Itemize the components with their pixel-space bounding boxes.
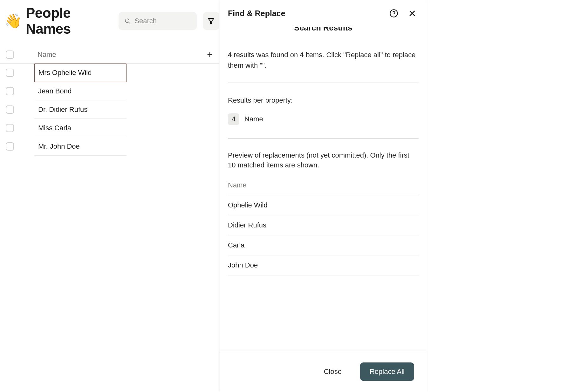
search-icon: [124, 17, 131, 25]
preview-item: Ophelie Wild: [228, 195, 419, 215]
name-cell[interactable]: Miss Carla: [34, 119, 126, 137]
per-property-label: Results per property:: [228, 96, 419, 105]
row-checkbox[interactable]: [6, 87, 14, 95]
name-cell[interactable]: Jean Bond: [34, 82, 126, 100]
divider: [228, 138, 419, 139]
row-checkbox[interactable]: [6, 124, 14, 132]
preview-list: Ophelie WildDidier RufusCarlaJohn Doe: [228, 195, 419, 275]
divider: [228, 83, 419, 83]
preview-item: Didier Rufus: [228, 215, 419, 235]
page-emoji-icon: 👋: [4, 14, 22, 28]
svg-marker-2: [208, 18, 214, 24]
close-icon: [408, 10, 416, 17]
results-summary: 4 results was found on 4 items. Click "R…: [228, 50, 419, 71]
help-button[interactable]: [387, 7, 400, 20]
select-all-checkbox[interactable]: [6, 51, 14, 59]
page-title: People Names: [26, 5, 112, 37]
preview-item: Carla: [228, 235, 419, 255]
panel-title: Find & Replace: [228, 9, 387, 18]
name-cell[interactable]: Dr. Didier Rufus: [34, 100, 126, 119]
row-checkbox[interactable]: [6, 142, 14, 151]
table-row[interactable]: Mrs Ophelie Wild: [0, 64, 126, 82]
table-row[interactable]: Miss Carla: [0, 119, 126, 137]
svg-point-5: [390, 10, 397, 17]
table-row[interactable]: Mr. John Doe: [0, 137, 126, 156]
plus-icon: [206, 51, 213, 58]
svg-line-1: [129, 22, 130, 24]
help-icon: [389, 9, 398, 18]
table-row[interactable]: Dr. Didier Rufus: [0, 100, 126, 119]
search-box[interactable]: [119, 12, 197, 30]
name-cell[interactable]: Mr. John Doe: [34, 137, 126, 156]
results-count: 4: [228, 51, 232, 59]
add-column-button[interactable]: [200, 51, 219, 58]
preview-column-header: Name: [228, 181, 419, 195]
find-replace-panel: Find & Replace Search Results 4 results …: [220, 0, 427, 392]
items-count: 4: [300, 51, 304, 59]
data-table: Name Mrs Ophelie WildJean BondDr. Didier…: [0, 46, 219, 156]
svg-point-0: [125, 19, 129, 23]
search-input[interactable]: [134, 17, 191, 25]
close-button[interactable]: Close: [314, 362, 351, 381]
property-name: Name: [244, 115, 263, 123]
filter-icon: [207, 17, 215, 25]
row-checkbox[interactable]: [6, 105, 14, 114]
row-checkbox[interactable]: [6, 69, 14, 77]
section-heading-truncated: Search Results: [228, 27, 419, 32]
name-cell[interactable]: Mrs Ophelie Wild: [34, 64, 126, 82]
property-count-badge: 4: [228, 113, 239, 125]
table-row[interactable]: Jean Bond: [0, 82, 126, 100]
close-panel-button[interactable]: [406, 7, 419, 20]
preview-note: Preview of replacements (not yet committ…: [228, 151, 419, 170]
preview-item: John Doe: [228, 255, 419, 275]
replace-all-button[interactable]: Replace All: [360, 362, 414, 381]
filter-button[interactable]: [203, 12, 219, 30]
summary-text-a: results was found on: [232, 51, 300, 59]
column-header-name[interactable]: Name: [34, 51, 200, 59]
